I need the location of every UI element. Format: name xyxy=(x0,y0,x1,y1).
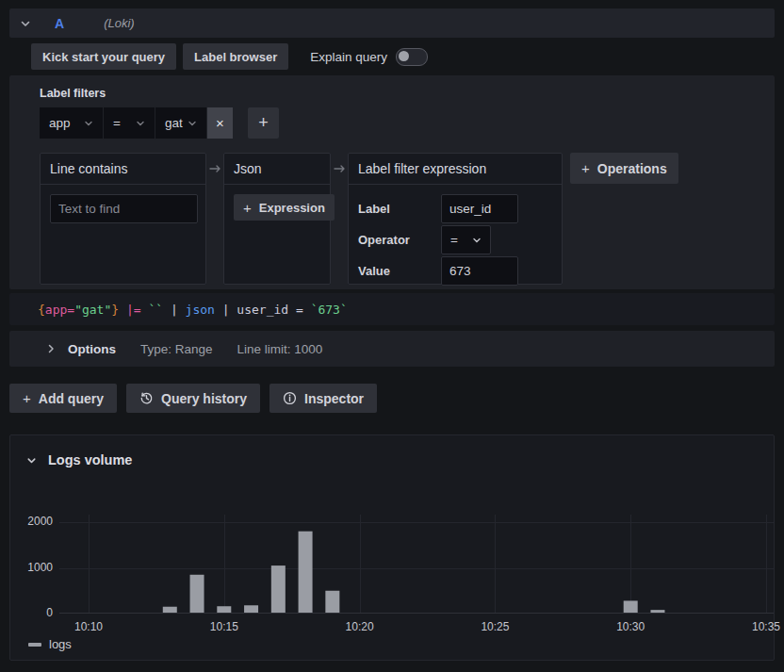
plus-icon: + xyxy=(581,161,590,175)
operations-row: Line contains Json + Expression xyxy=(40,153,765,285)
operator-select[interactable]: = xyxy=(104,107,155,139)
line-contains-input[interactable] xyxy=(50,194,198,223)
info-icon xyxy=(283,391,297,405)
query-token: `` xyxy=(148,303,163,317)
remove-label-filter-button[interactable]: × xyxy=(207,107,233,139)
x-axis-label: 10:35 xyxy=(742,620,784,633)
y-axis-label: 1000 xyxy=(10,561,53,574)
value-select-value: gat xyxy=(165,116,183,130)
query-history-button[interactable]: Query history xyxy=(126,384,260,413)
operator-field-name: Operator xyxy=(358,233,441,247)
query-token: = xyxy=(288,303,310,317)
value-select[interactable]: gat xyxy=(155,107,206,139)
label-filter-group: app = gat × xyxy=(40,107,233,139)
operation-title: Label filter expression xyxy=(358,161,486,176)
chevron-down-icon xyxy=(136,119,145,128)
query-token: } xyxy=(111,303,119,317)
operation-title: Json xyxy=(234,161,262,176)
inspector-label: Inspector xyxy=(304,391,364,406)
query-preview[interactable]: {app="gat"} |= `` | json | user_id = `67… xyxy=(9,293,775,325)
operator-field-row: Operator = xyxy=(358,225,552,254)
operation-header[interactable]: Line contains xyxy=(41,154,205,185)
operation-title: Line contains xyxy=(50,161,128,176)
bar xyxy=(271,565,286,613)
legend-label: logs xyxy=(49,637,72,651)
query-token: | xyxy=(215,303,237,317)
add-label-filter-button[interactable]: + xyxy=(248,107,279,139)
query-token xyxy=(141,303,149,317)
arrow-right-icon xyxy=(331,153,348,184)
plus-icon: + xyxy=(258,113,269,133)
label-field-input[interactable] xyxy=(441,194,518,223)
add-expression-button[interactable]: + Expression xyxy=(234,194,335,221)
x-axis-label: 10:20 xyxy=(335,620,384,633)
explain-query-toggle[interactable] xyxy=(396,48,428,66)
logs-volume-plot[interactable] xyxy=(59,507,774,614)
options-row[interactable]: Options Type: Range Line limit: 1000 xyxy=(9,331,775,367)
bar xyxy=(650,610,664,613)
label-browser-button[interactable]: Label browser xyxy=(183,43,288,70)
add-expression-label: Expression xyxy=(259,201,325,215)
operation-json: Json + Expression xyxy=(223,153,331,285)
chevron-down-icon xyxy=(188,119,197,128)
history-icon xyxy=(139,391,154,405)
operation-label-filter-expression: Label filter expression Label Operator =… xyxy=(348,153,563,285)
add-query-button[interactable]: + Add query xyxy=(9,384,117,413)
options-line-limit: Line limit: 1000 xyxy=(237,342,323,356)
operation-body: Label Operator = Value xyxy=(349,185,562,297)
add-query-label: Add query xyxy=(39,391,104,406)
chart-legend[interactable]: logs xyxy=(28,637,72,651)
bar xyxy=(299,532,313,613)
add-operations-button[interactable]: + Operations xyxy=(570,153,678,184)
label-select[interactable]: app xyxy=(40,107,103,139)
label-field-row: Label xyxy=(358,194,552,223)
collapse-query-icon[interactable] xyxy=(19,17,32,30)
operator-field-value: = xyxy=(450,233,458,247)
query-token: { xyxy=(38,303,45,317)
actions-row: + Add query Query history Inspector xyxy=(9,384,377,413)
bar xyxy=(190,575,204,613)
chevron-right-icon xyxy=(45,343,57,354)
x-axis-label: 10:10 xyxy=(64,620,113,633)
operation-line-contains: Line contains xyxy=(40,153,206,285)
options-title: Options xyxy=(68,342,116,356)
query-token: = xyxy=(67,303,74,317)
query-row-header[interactable]: A (Loki) xyxy=(9,8,775,38)
x-axis-label: 10:30 xyxy=(606,620,655,633)
arrow-right-icon xyxy=(206,153,223,184)
toggle-knob-icon xyxy=(399,51,409,61)
operation-body: + Expression xyxy=(224,185,330,230)
logs-volume-panel: Logs volume 01000200010:1010:1510:2010:2… xyxy=(9,434,775,661)
label-filters-title: Label filters xyxy=(40,87,765,100)
add-operations-label: Operations xyxy=(597,161,667,176)
operation-body xyxy=(41,185,205,233)
operator-select-value: = xyxy=(113,116,121,130)
bar xyxy=(624,600,638,613)
operation-header[interactable]: Json xyxy=(224,154,330,185)
operation-header[interactable]: Label filter expression xyxy=(349,154,562,185)
x-axis-label: 10:15 xyxy=(200,620,249,633)
query-token: | xyxy=(163,303,185,317)
bar xyxy=(244,605,258,613)
inspector-button[interactable]: Inspector xyxy=(270,384,377,413)
label-field-name: Label xyxy=(358,202,441,216)
plus-icon: + xyxy=(23,391,31,405)
operator-field-select[interactable]: = xyxy=(441,225,491,254)
query-token: "gat" xyxy=(74,303,111,317)
query-toolbar: Kick start your query Label browser Expl… xyxy=(31,43,428,70)
value-field-name: Value xyxy=(358,264,441,278)
chevron-down-icon xyxy=(84,119,93,128)
chevron-down-icon xyxy=(472,236,482,245)
logs-volume-chart[interactable]: 01000200010:1010:1510:2010:2510:3010:35 xyxy=(10,435,774,660)
legend-swatch-icon xyxy=(28,643,41,647)
value-field-input[interactable] xyxy=(441,256,518,286)
x-axis-label: 10:25 xyxy=(470,620,519,633)
query-token: app xyxy=(45,303,67,317)
query-editor-panel: Label filters app = gat × + Line contain… xyxy=(9,75,775,289)
bar xyxy=(325,591,339,613)
query-history-label: Query history xyxy=(161,391,247,406)
plus-icon: + xyxy=(243,201,252,215)
kick-start-query-button[interactable]: Kick start your query xyxy=(31,43,176,70)
query-token xyxy=(119,303,126,317)
explain-query-label: Explain query xyxy=(310,50,387,64)
